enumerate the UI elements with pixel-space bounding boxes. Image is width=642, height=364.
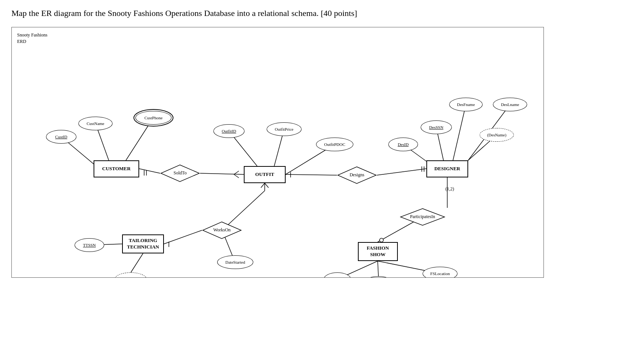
attr-fsid: FSID [324, 272, 351, 278]
attr-fsdate: FSDate [364, 276, 393, 278]
rel-workson: WorksOn [202, 221, 242, 239]
attr-datestarted: DateStarted [217, 255, 253, 269]
attr-ttssn: TTSSN [75, 238, 104, 252]
attr-fslocation: FSLocation [423, 267, 458, 278]
er-diagram: Snooty FashionsERD [11, 27, 544, 278]
entity-designer: DESIGNER [426, 160, 468, 177]
cardinality-12: (1,2) [445, 186, 454, 192]
entity-tailoring: TAILORING TECHNICIAN [122, 234, 164, 253]
svg-line-37 [378, 261, 378, 276]
svg-line-26 [164, 230, 202, 244]
svg-line-15 [234, 171, 239, 174]
attr-desname: (DesName) [480, 128, 514, 142]
attr-custname: CustName [78, 117, 113, 130]
attr-outfitid: OutfitID [213, 124, 245, 138]
attr-custphone: CustPhone [135, 111, 172, 125]
entity-fashionshow: FASHION SHOW [358, 242, 398, 261]
entity-customer: CUSTOMER [94, 160, 139, 177]
svg-line-16 [234, 174, 239, 178]
rel-designs: Designs [337, 166, 377, 184]
rel-soldto: SoldTo [160, 164, 200, 182]
svg-line-11 [139, 169, 160, 173]
attr-outfitprice: OutfitPrice [267, 122, 302, 136]
rel-participatesin: ParticipatesIn [400, 208, 445, 226]
svg-line-24 [265, 183, 269, 188]
svg-line-30 [131, 253, 143, 272]
attr-outfitpdoc: OutfitPDOC [316, 138, 353, 151]
attr-ttname: (TTName) [114, 272, 147, 278]
entity-outfit: OUTFIT [244, 166, 286, 183]
attr-desssn: DesSSN [421, 120, 452, 134]
svg-line-19 [377, 169, 426, 175]
attr-deslname: DesLname [493, 98, 527, 111]
attr-desfname: DesFname [449, 98, 483, 111]
svg-point-35 [380, 238, 383, 242]
svg-line-8 [453, 104, 466, 160]
attr-custid: CustID [46, 130, 76, 144]
attr-desid: DesID [388, 138, 418, 151]
page-title: Map the ER diagram for the Snooty Fashio… [11, 8, 468, 19]
svg-line-17 [286, 174, 337, 175]
svg-line-14 [200, 173, 244, 174]
diagram-label: Snooty FashionsERD [17, 32, 48, 45]
svg-line-23 [261, 183, 265, 188]
